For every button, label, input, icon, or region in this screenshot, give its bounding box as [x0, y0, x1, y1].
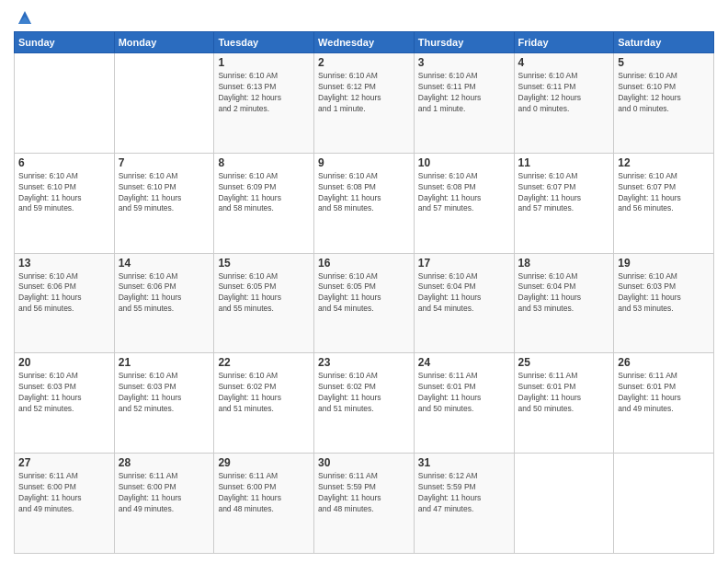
day-number: 15: [218, 257, 310, 270]
day-number: 22: [218, 356, 310, 369]
header-day-wednesday: Wednesday: [314, 32, 415, 53]
day-number: 25: [518, 356, 610, 369]
header-day-saturday: Saturday: [614, 32, 714, 53]
day-number: 1: [218, 56, 310, 69]
day-number: 21: [119, 356, 210, 369]
day-number: 4: [518, 56, 610, 69]
calendar-cell: [614, 454, 714, 554]
header-day-tuesday: Tuesday: [214, 32, 314, 53]
day-info: Sunrise: 6:10 AMSunset: 6:03 PMDaylight:…: [618, 271, 710, 316]
day-info: Sunrise: 6:10 AMSunset: 6:03 PMDaylight:…: [18, 371, 110, 415]
day-number: 31: [418, 456, 510, 469]
day-number: 11: [518, 156, 610, 169]
day-info: Sunrise: 6:10 AMSunset: 6:08 PMDaylight:…: [418, 171, 510, 215]
day-number: 12: [618, 156, 710, 169]
day-info: Sunrise: 6:11 AMSunset: 6:00 PMDaylight:…: [18, 471, 110, 515]
calendar-cell: 1Sunrise: 6:10 AMSunset: 6:13 PMDaylight…: [214, 53, 314, 154]
day-info: Sunrise: 6:10 AMSunset: 6:10 PMDaylight:…: [618, 71, 710, 115]
day-info: Sunrise: 6:10 AMSunset: 6:02 PMDaylight:…: [318, 371, 410, 415]
calendar-cell: 5Sunrise: 6:10 AMSunset: 6:10 PMDaylight…: [614, 53, 714, 154]
calendar-cell: 28Sunrise: 6:11 AMSunset: 6:00 PMDayligh…: [114, 454, 214, 554]
calendar-cell: 24Sunrise: 6:11 AMSunset: 6:01 PMDayligh…: [414, 353, 514, 454]
calendar-table: SundayMondayTuesdayWednesdayThursdayFrid…: [14, 31, 714, 554]
calendar-cell: 16Sunrise: 6:10 AMSunset: 6:05 PMDayligh…: [314, 253, 415, 353]
calendar-cell: 23Sunrise: 6:10 AMSunset: 6:02 PMDayligh…: [314, 353, 415, 454]
day-number: 23: [318, 356, 410, 369]
calendar-cell: [15, 53, 115, 154]
day-info: Sunrise: 6:11 AMSunset: 6:01 PMDaylight:…: [618, 371, 710, 415]
day-number: 5: [618, 56, 710, 69]
day-number: 13: [18, 257, 110, 270]
week-row-2: 13Sunrise: 6:10 AMSunset: 6:06 PMDayligh…: [15, 253, 714, 353]
calendar-cell: 11Sunrise: 6:10 AMSunset: 6:07 PMDayligh…: [514, 153, 614, 253]
calendar-cell: 22Sunrise: 6:10 AMSunset: 6:02 PMDayligh…: [214, 353, 314, 454]
day-info: Sunrise: 6:10 AMSunset: 6:03 PMDaylight:…: [119, 371, 210, 415]
header-day-thursday: Thursday: [414, 32, 514, 53]
calendar-cell: 31Sunrise: 6:12 AMSunset: 5:59 PMDayligh…: [414, 454, 514, 554]
header-day-monday: Monday: [114, 32, 214, 53]
day-number: 10: [418, 156, 510, 169]
day-number: 9: [318, 156, 410, 169]
day-number: 7: [119, 156, 210, 169]
day-number: 24: [418, 356, 510, 369]
day-info: Sunrise: 6:11 AMSunset: 6:01 PMDaylight:…: [418, 371, 510, 415]
calendar-cell: 10Sunrise: 6:10 AMSunset: 6:08 PMDayligh…: [414, 153, 514, 253]
calendar-cell: 17Sunrise: 6:10 AMSunset: 6:04 PMDayligh…: [414, 253, 514, 353]
page: SundayMondayTuesdayWednesdayThursdayFrid…: [0, 0, 728, 563]
header: [14, 9, 714, 24]
day-info: Sunrise: 6:10 AMSunset: 6:06 PMDaylight:…: [18, 271, 110, 316]
day-info: Sunrise: 6:10 AMSunset: 6:06 PMDaylight:…: [119, 271, 210, 316]
day-number: 20: [18, 356, 110, 369]
calendar-cell: 7Sunrise: 6:10 AMSunset: 6:10 PMDaylight…: [114, 153, 214, 253]
day-info: Sunrise: 6:10 AMSunset: 6:08 PMDaylight:…: [318, 171, 410, 215]
week-row-0: 1Sunrise: 6:10 AMSunset: 6:13 PMDaylight…: [15, 53, 714, 154]
day-number: 6: [18, 156, 110, 169]
calendar-cell: 14Sunrise: 6:10 AMSunset: 6:06 PMDayligh…: [114, 253, 214, 353]
day-number: 14: [119, 257, 210, 270]
calendar-cell: 13Sunrise: 6:10 AMSunset: 6:06 PMDayligh…: [15, 253, 115, 353]
calendar-cell: 30Sunrise: 6:11 AMSunset: 5:59 PMDayligh…: [314, 454, 415, 554]
day-number: 29: [218, 456, 310, 469]
day-info: Sunrise: 6:10 AMSunset: 6:12 PMDaylight:…: [318, 71, 410, 115]
week-row-1: 6Sunrise: 6:10 AMSunset: 6:10 PMDaylight…: [15, 153, 714, 253]
calendar-cell: 25Sunrise: 6:11 AMSunset: 6:01 PMDayligh…: [514, 353, 614, 454]
calendar-cell: 29Sunrise: 6:11 AMSunset: 6:00 PMDayligh…: [214, 454, 314, 554]
logo: [14, 9, 35, 24]
day-info: Sunrise: 6:10 AMSunset: 6:13 PMDaylight:…: [218, 71, 310, 115]
calendar-cell: 2Sunrise: 6:10 AMSunset: 6:12 PMDaylight…: [314, 53, 415, 154]
day-info: Sunrise: 6:11 AMSunset: 5:59 PMDaylight:…: [318, 471, 410, 515]
day-number: 2: [318, 56, 410, 69]
calendar-cell: 19Sunrise: 6:10 AMSunset: 6:03 PMDayligh…: [614, 253, 714, 353]
week-row-3: 20Sunrise: 6:10 AMSunset: 6:03 PMDayligh…: [15, 353, 714, 454]
calendar-cell: 12Sunrise: 6:10 AMSunset: 6:07 PMDayligh…: [614, 153, 714, 253]
day-number: 18: [518, 257, 610, 270]
day-info: Sunrise: 6:12 AMSunset: 5:59 PMDaylight:…: [418, 471, 510, 515]
day-number: 3: [418, 56, 510, 69]
day-number: 30: [318, 456, 410, 469]
calendar-cell: [514, 454, 614, 554]
calendar-cell: 4Sunrise: 6:10 AMSunset: 6:11 PMDaylight…: [514, 53, 614, 154]
calendar-cell: 9Sunrise: 6:10 AMSunset: 6:08 PMDaylight…: [314, 153, 415, 253]
day-number: 16: [318, 257, 410, 270]
day-number: 8: [218, 156, 310, 169]
day-info: Sunrise: 6:10 AMSunset: 6:02 PMDaylight:…: [218, 371, 310, 415]
week-row-4: 27Sunrise: 6:11 AMSunset: 6:00 PMDayligh…: [15, 454, 714, 554]
calendar-cell: 26Sunrise: 6:11 AMSunset: 6:01 PMDayligh…: [614, 353, 714, 454]
day-number: 26: [618, 356, 710, 369]
day-info: Sunrise: 6:11 AMSunset: 6:00 PMDaylight:…: [119, 471, 210, 515]
day-info: Sunrise: 6:10 AMSunset: 6:05 PMDaylight:…: [318, 271, 410, 316]
day-info: Sunrise: 6:10 AMSunset: 6:07 PMDaylight:…: [618, 171, 710, 215]
calendar-cell: 21Sunrise: 6:10 AMSunset: 6:03 PMDayligh…: [114, 353, 214, 454]
day-number: 19: [618, 257, 710, 270]
day-info: Sunrise: 6:10 AMSunset: 6:11 PMDaylight:…: [518, 71, 610, 115]
calendar-cell: 8Sunrise: 6:10 AMSunset: 6:09 PMDaylight…: [214, 153, 314, 253]
day-number: 17: [418, 257, 510, 270]
day-info: Sunrise: 6:10 AMSunset: 6:07 PMDaylight:…: [518, 171, 610, 215]
day-info: Sunrise: 6:11 AMSunset: 6:00 PMDaylight:…: [218, 471, 310, 515]
calendar-cell: [114, 53, 214, 154]
calendar-header: SundayMondayTuesdayWednesdayThursdayFrid…: [15, 32, 714, 53]
calendar-cell: 15Sunrise: 6:10 AMSunset: 6:05 PMDayligh…: [214, 253, 314, 353]
logo-icon: [15, 7, 35, 28]
header-row: SundayMondayTuesdayWednesdayThursdayFrid…: [15, 32, 714, 53]
day-info: Sunrise: 6:10 AMSunset: 6:05 PMDaylight:…: [218, 271, 310, 316]
